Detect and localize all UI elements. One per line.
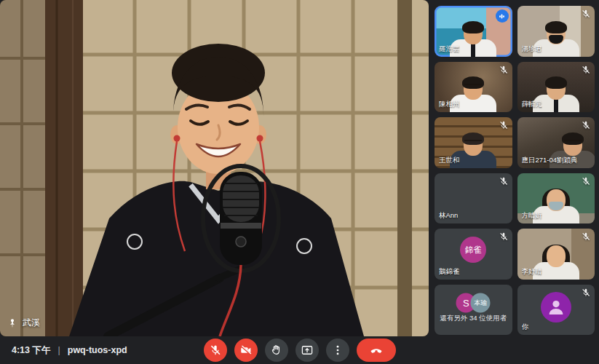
meeting-info: 4:13 下午 | pwq-tuos-xpd (12, 344, 127, 357)
participant-name: 你 (522, 323, 529, 332)
mic-muted-icon (581, 176, 591, 186)
participant-tile-8[interactable]: 方晴妡 (517, 173, 595, 224)
camera-off-button[interactable] (234, 339, 258, 362)
more-options-button[interactable] (326, 339, 349, 362)
call-controls (204, 339, 396, 362)
overflow-avatars: S 本瑜 (456, 293, 491, 312)
mic-muted-icon (581, 120, 591, 130)
participant-tile-9[interactable]: 錦雀 鵝錦雀 (435, 229, 512, 280)
mic-muted-icon (581, 65, 591, 75)
participant-name: 李妤晴 (522, 267, 543, 277)
meeting-code: pwq-tuos-xpd (68, 345, 127, 355)
self-avatar (541, 292, 571, 323)
participant-tile-3[interactable]: 陳相州 (435, 62, 512, 113)
divider: | (58, 345, 60, 355)
mic-muted-icon (499, 176, 509, 186)
main-participant-name: 武溪 (23, 317, 40, 329)
participant-name: 湯珍君 (522, 44, 543, 54)
mic-muted-icon (499, 65, 509, 75)
overflow-tile[interactable]: S 本瑜 還有另外 34 位使用者 (435, 285, 512, 336)
avatar: 本瑜 (471, 293, 491, 312)
raise-hand-button[interactable] (265, 339, 288, 362)
participant-tile-10[interactable]: 李妤晴 (517, 229, 595, 280)
participant-name: 林Ann (439, 211, 458, 221)
mic-off-button[interactable] (204, 339, 227, 362)
self-tile[interactable]: 你 (517, 285, 595, 336)
participant-tile-5[interactable]: 王世和 (435, 117, 512, 168)
raise-hand-icon (270, 344, 283, 357)
participant-name: 陳相州 (439, 100, 460, 109)
mic-muted-icon (499, 120, 509, 130)
overflow-count-label: 還有另外 34 位使用者 (435, 314, 512, 323)
mic-muted-icon (581, 288, 591, 298)
end-call-icon (370, 344, 383, 357)
avatar: 錦雀 (460, 237, 486, 263)
participant-name: 鵝錦雀 (439, 267, 460, 277)
speaking-indicator-icon (496, 9, 509, 23)
participant-name: 應日271-04劉穎典 (522, 156, 578, 165)
meeting-stage: 武溪 羅浩雲 湯珍君 (0, 0, 599, 364)
main-name-chip: 武溪 (7, 317, 40, 329)
participant-name: 羅浩雲 (439, 44, 460, 54)
participant-name: 王世和 (439, 156, 460, 165)
control-bar: 4:13 下午 | pwq-tuos-xpd (0, 336, 599, 364)
end-call-button[interactable] (357, 339, 396, 362)
pin-icon[interactable] (7, 318, 17, 328)
participant-tile-7[interactable]: 林Ann (435, 173, 512, 224)
participant-tile-4[interactable]: 薛輔元 (517, 62, 595, 113)
clock-time: 4:13 下午 (12, 344, 51, 357)
camera-off-icon (239, 344, 253, 357)
mic-off-icon (209, 344, 222, 357)
participant-name: 方晴妡 (522, 211, 543, 221)
mic-muted-icon (499, 232, 509, 242)
more-options-icon (331, 344, 344, 357)
participant-grid: 羅浩雲 湯珍君 陳相州 薛輔 (435, 6, 595, 335)
person-icon (545, 296, 567, 318)
present-button[interactable] (295, 339, 319, 362)
mic-muted-icon (581, 232, 591, 242)
participant-tile-1[interactable]: 羅浩雲 (435, 6, 512, 57)
mic-muted-icon (581, 9, 591, 19)
participant-tile-2[interactable]: 湯珍君 (517, 6, 595, 57)
present-icon (301, 344, 314, 357)
main-video-feed (0, 0, 429, 336)
participant-tile-6[interactable]: 應日271-04劉穎典 (517, 117, 595, 168)
participant-name: 薛輔元 (522, 100, 543, 109)
main-video-tile[interactable]: 武溪 (0, 0, 429, 336)
